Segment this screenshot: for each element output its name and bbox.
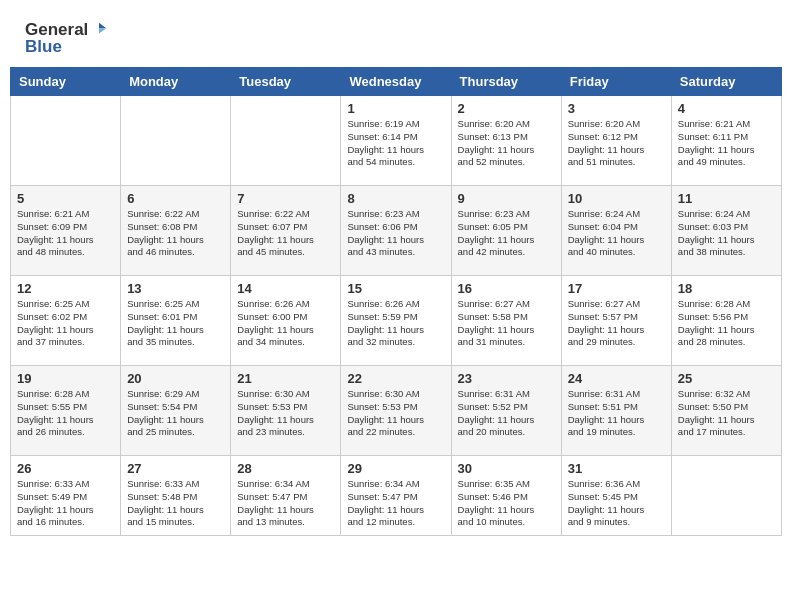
day-number: 29 xyxy=(347,461,444,476)
calendar-cell: 15Sunrise: 6:26 AM Sunset: 5:59 PM Dayli… xyxy=(341,276,451,366)
svg-marker-0 xyxy=(99,23,106,28)
calendar-cell xyxy=(11,96,121,186)
day-info: Sunrise: 6:27 AM Sunset: 5:58 PM Dayligh… xyxy=(458,298,555,349)
day-info: Sunrise: 6:25 AM Sunset: 6:02 PM Dayligh… xyxy=(17,298,114,349)
day-info: Sunrise: 6:33 AM Sunset: 5:48 PM Dayligh… xyxy=(127,478,224,529)
calendar-cell: 12Sunrise: 6:25 AM Sunset: 6:02 PM Dayli… xyxy=(11,276,121,366)
day-info: Sunrise: 6:23 AM Sunset: 6:05 PM Dayligh… xyxy=(458,208,555,259)
weekday-header-monday: Monday xyxy=(121,68,231,96)
day-info: Sunrise: 6:19 AM Sunset: 6:14 PM Dayligh… xyxy=(347,118,444,169)
calendar-cell: 23Sunrise: 6:31 AM Sunset: 5:52 PM Dayli… xyxy=(451,366,561,456)
day-number: 31 xyxy=(568,461,665,476)
calendar-cell: 10Sunrise: 6:24 AM Sunset: 6:04 PM Dayli… xyxy=(561,186,671,276)
calendar-cell: 25Sunrise: 6:32 AM Sunset: 5:50 PM Dayli… xyxy=(671,366,781,456)
weekday-header-wednesday: Wednesday xyxy=(341,68,451,96)
day-number: 23 xyxy=(458,371,555,386)
weekday-header-sunday: Sunday xyxy=(11,68,121,96)
calendar-cell: 18Sunrise: 6:28 AM Sunset: 5:56 PM Dayli… xyxy=(671,276,781,366)
weekday-header-thursday: Thursday xyxy=(451,68,561,96)
day-number: 11 xyxy=(678,191,775,206)
logo: General Blue xyxy=(25,20,108,57)
calendar-week-row: 12Sunrise: 6:25 AM Sunset: 6:02 PM Dayli… xyxy=(11,276,782,366)
day-info: Sunrise: 6:27 AM Sunset: 5:57 PM Dayligh… xyxy=(568,298,665,349)
day-number: 21 xyxy=(237,371,334,386)
day-number: 5 xyxy=(17,191,114,206)
calendar-cell xyxy=(671,456,781,536)
day-info: Sunrise: 6:22 AM Sunset: 6:08 PM Dayligh… xyxy=(127,208,224,259)
calendar-cell: 16Sunrise: 6:27 AM Sunset: 5:58 PM Dayli… xyxy=(451,276,561,366)
weekday-header-row: SundayMondayTuesdayWednesdayThursdayFrid… xyxy=(11,68,782,96)
day-info: Sunrise: 6:30 AM Sunset: 5:53 PM Dayligh… xyxy=(237,388,334,439)
day-number: 17 xyxy=(568,281,665,296)
day-number: 16 xyxy=(458,281,555,296)
day-number: 18 xyxy=(678,281,775,296)
day-info: Sunrise: 6:35 AM Sunset: 5:46 PM Dayligh… xyxy=(458,478,555,529)
day-number: 26 xyxy=(17,461,114,476)
calendar-cell: 20Sunrise: 6:29 AM Sunset: 5:54 PM Dayli… xyxy=(121,366,231,456)
calendar-cell: 31Sunrise: 6:36 AM Sunset: 5:45 PM Dayli… xyxy=(561,456,671,536)
calendar-cell: 7Sunrise: 6:22 AM Sunset: 6:07 PM Daylig… xyxy=(231,186,341,276)
day-info: Sunrise: 6:23 AM Sunset: 6:06 PM Dayligh… xyxy=(347,208,444,259)
calendar-cell: 19Sunrise: 6:28 AM Sunset: 5:55 PM Dayli… xyxy=(11,366,121,456)
day-number: 4 xyxy=(678,101,775,116)
calendar-cell xyxy=(121,96,231,186)
day-info: Sunrise: 6:29 AM Sunset: 5:54 PM Dayligh… xyxy=(127,388,224,439)
page-header: General Blue xyxy=(10,10,782,62)
day-info: Sunrise: 6:22 AM Sunset: 6:07 PM Dayligh… xyxy=(237,208,334,259)
day-number: 15 xyxy=(347,281,444,296)
day-info: Sunrise: 6:33 AM Sunset: 5:49 PM Dayligh… xyxy=(17,478,114,529)
calendar-week-row: 26Sunrise: 6:33 AM Sunset: 5:49 PM Dayli… xyxy=(11,456,782,536)
day-number: 13 xyxy=(127,281,224,296)
calendar-cell: 9Sunrise: 6:23 AM Sunset: 6:05 PM Daylig… xyxy=(451,186,561,276)
calendar-cell: 5Sunrise: 6:21 AM Sunset: 6:09 PM Daylig… xyxy=(11,186,121,276)
calendar-cell: 28Sunrise: 6:34 AM Sunset: 5:47 PM Dayli… xyxy=(231,456,341,536)
calendar-cell: 11Sunrise: 6:24 AM Sunset: 6:03 PM Dayli… xyxy=(671,186,781,276)
day-number: 19 xyxy=(17,371,114,386)
day-number: 28 xyxy=(237,461,334,476)
day-info: Sunrise: 6:21 AM Sunset: 6:09 PM Dayligh… xyxy=(17,208,114,259)
day-number: 6 xyxy=(127,191,224,206)
day-number: 22 xyxy=(347,371,444,386)
day-info: Sunrise: 6:30 AM Sunset: 5:53 PM Dayligh… xyxy=(347,388,444,439)
day-info: Sunrise: 6:20 AM Sunset: 6:13 PM Dayligh… xyxy=(458,118,555,169)
day-info: Sunrise: 6:20 AM Sunset: 6:12 PM Dayligh… xyxy=(568,118,665,169)
day-number: 30 xyxy=(458,461,555,476)
day-info: Sunrise: 6:21 AM Sunset: 6:11 PM Dayligh… xyxy=(678,118,775,169)
day-info: Sunrise: 6:28 AM Sunset: 5:55 PM Dayligh… xyxy=(17,388,114,439)
weekday-header-friday: Friday xyxy=(561,68,671,96)
day-number: 14 xyxy=(237,281,334,296)
day-info: Sunrise: 6:36 AM Sunset: 5:45 PM Dayligh… xyxy=(568,478,665,529)
day-info: Sunrise: 6:34 AM Sunset: 5:47 PM Dayligh… xyxy=(347,478,444,529)
calendar-cell: 30Sunrise: 6:35 AM Sunset: 5:46 PM Dayli… xyxy=(451,456,561,536)
calendar-cell: 3Sunrise: 6:20 AM Sunset: 6:12 PM Daylig… xyxy=(561,96,671,186)
calendar-cell: 1Sunrise: 6:19 AM Sunset: 6:14 PM Daylig… xyxy=(341,96,451,186)
day-number: 20 xyxy=(127,371,224,386)
day-info: Sunrise: 6:24 AM Sunset: 6:03 PM Dayligh… xyxy=(678,208,775,259)
weekday-header-tuesday: Tuesday xyxy=(231,68,341,96)
logo-flag-icon xyxy=(90,21,108,39)
calendar-cell: 13Sunrise: 6:25 AM Sunset: 6:01 PM Dayli… xyxy=(121,276,231,366)
calendar-cell: 14Sunrise: 6:26 AM Sunset: 6:00 PM Dayli… xyxy=(231,276,341,366)
day-number: 10 xyxy=(568,191,665,206)
day-number: 3 xyxy=(568,101,665,116)
day-number: 12 xyxy=(17,281,114,296)
calendar-cell: 26Sunrise: 6:33 AM Sunset: 5:49 PM Dayli… xyxy=(11,456,121,536)
day-number: 8 xyxy=(347,191,444,206)
calendar-cell: 8Sunrise: 6:23 AM Sunset: 6:06 PM Daylig… xyxy=(341,186,451,276)
day-number: 24 xyxy=(568,371,665,386)
calendar-week-row: 5Sunrise: 6:21 AM Sunset: 6:09 PM Daylig… xyxy=(11,186,782,276)
day-info: Sunrise: 6:25 AM Sunset: 6:01 PM Dayligh… xyxy=(127,298,224,349)
day-info: Sunrise: 6:31 AM Sunset: 5:52 PM Dayligh… xyxy=(458,388,555,439)
day-info: Sunrise: 6:26 AM Sunset: 5:59 PM Dayligh… xyxy=(347,298,444,349)
day-number: 27 xyxy=(127,461,224,476)
calendar-cell: 2Sunrise: 6:20 AM Sunset: 6:13 PM Daylig… xyxy=(451,96,561,186)
svg-marker-1 xyxy=(99,28,106,33)
day-info: Sunrise: 6:32 AM Sunset: 5:50 PM Dayligh… xyxy=(678,388,775,439)
day-number: 7 xyxy=(237,191,334,206)
calendar-cell: 29Sunrise: 6:34 AM Sunset: 5:47 PM Dayli… xyxy=(341,456,451,536)
day-number: 1 xyxy=(347,101,444,116)
day-info: Sunrise: 6:26 AM Sunset: 6:00 PM Dayligh… xyxy=(237,298,334,349)
day-info: Sunrise: 6:31 AM Sunset: 5:51 PM Dayligh… xyxy=(568,388,665,439)
calendar-table: SundayMondayTuesdayWednesdayThursdayFrid… xyxy=(10,67,782,536)
calendar-cell: 21Sunrise: 6:30 AM Sunset: 5:53 PM Dayli… xyxy=(231,366,341,456)
